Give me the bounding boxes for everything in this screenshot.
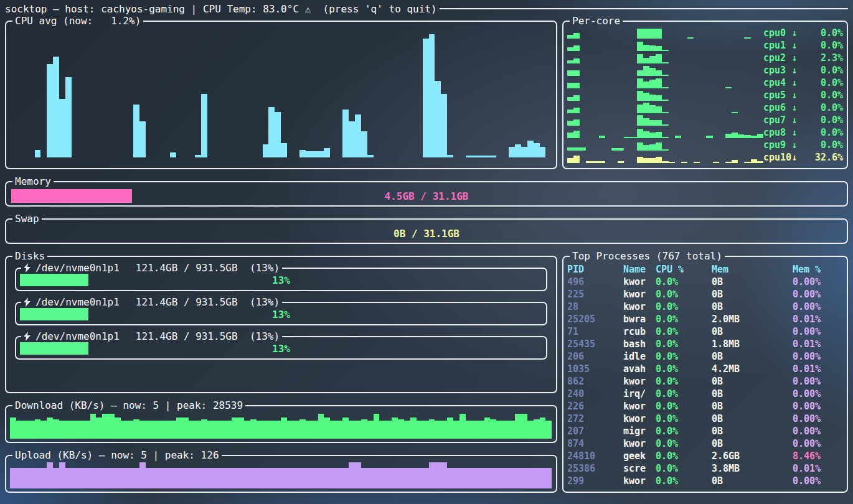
- chart-bar: [318, 414, 324, 439]
- chart-bar: [643, 118, 649, 126]
- core-name: cpu6 ↓: [763, 102, 797, 113]
- chart-bar: [509, 468, 515, 488]
- lightning-icon: [24, 297, 31, 307]
- process-mem-pct: 0.00%: [793, 325, 843, 338]
- chart-bar: [649, 120, 656, 126]
- chart-bar: [459, 414, 466, 439]
- chart-bar: [133, 105, 139, 157]
- process-mem: 0B: [712, 350, 793, 363]
- chart-bar: [649, 45, 656, 51]
- chart-bar: [694, 162, 700, 163]
- chart-bar: [757, 134, 763, 138]
- chart-bar: [429, 462, 435, 488]
- process-row: 25435bash0.0%1.8MB0.01%: [567, 338, 843, 350]
- core-usage-value: 0.0%: [821, 40, 843, 51]
- chart-bar: [53, 419, 59, 439]
- core-usage-value: 0.0%: [821, 139, 843, 151]
- core-label: cpu6 ↓0.0%: [763, 101, 843, 114]
- chart-bar: [466, 156, 472, 157]
- chart-bar: [496, 468, 502, 488]
- chart-bar: [618, 161, 624, 163]
- chart-bar: [410, 468, 417, 488]
- chart-bar: [257, 421, 263, 439]
- chart-bar: [90, 468, 97, 488]
- process-row: 862kwor0.0%0B0.00%: [567, 375, 843, 388]
- disks-panel: Disks /dev/nvme0n1p1121.4GB / 931.5GB (1…: [5, 250, 557, 393]
- process-mem-pct: 0.00%: [793, 301, 843, 313]
- process-mem: 0B: [712, 475, 793, 487]
- chart-bar: [586, 161, 592, 163]
- process-mem: 0B: [712, 437, 793, 450]
- upload-panel: Upload (KB/s) — now: 5 | peak: 126: [5, 449, 557, 493]
- chart-bar: [656, 29, 662, 39]
- chart-bar: [567, 35, 573, 39]
- chart-bar: [330, 468, 336, 488]
- chart-bar: [312, 151, 318, 157]
- chart-bar: [59, 462, 65, 488]
- process-name: geek: [623, 450, 656, 462]
- chart-bar: [349, 462, 355, 488]
- chart-bar: [293, 468, 299, 488]
- chart-bar: [521, 147, 527, 157]
- process-cpu: 0.0%: [656, 313, 712, 325]
- process-row: 226kwor0.0%0B0.00%: [567, 400, 843, 413]
- chart-bar: [281, 468, 287, 488]
- chart-bar: [521, 414, 527, 439]
- chart-bar: [573, 70, 580, 76]
- process-mem: 0B: [712, 325, 793, 338]
- chart-bar: [195, 468, 201, 488]
- per-core-title: Per-core: [570, 15, 623, 27]
- chart-bar: [567, 147, 573, 151]
- chart-bar: [725, 134, 732, 138]
- chart-bar: [656, 46, 662, 51]
- chart-bar: [447, 155, 453, 157]
- chart-bar: [53, 57, 59, 157]
- process-pid: 226: [567, 400, 623, 413]
- process-mem-pct: 0.00%: [793, 276, 843, 288]
- chart-bar: [35, 150, 41, 157]
- chart-bar: [466, 468, 472, 488]
- chart-bar: [281, 143, 287, 157]
- chart-bar: [484, 468, 491, 488]
- core-usage-value: 32.6%: [815, 152, 843, 163]
- process-pid: 496: [567, 276, 623, 288]
- disk-percent: 13%: [19, 308, 544, 320]
- chart-bar: [392, 418, 398, 439]
- process-name: kwor: [623, 301, 656, 313]
- process-name: kwor: [623, 276, 656, 288]
- chart-bar: [275, 421, 281, 439]
- cpu-avg-panel: CPU avg (now: 1.2%): [5, 15, 557, 169]
- disk-gauge: /dev/nvme0n1p1121.4GB / 931.5GB (13%)13%: [15, 296, 547, 325]
- chart-bar: [385, 468, 392, 488]
- chart-bar: [65, 421, 72, 439]
- chart-bar: [195, 421, 201, 439]
- core-name: cpu4 ↓: [763, 77, 797, 88]
- chart-bar: [158, 468, 164, 488]
- core-sparkline: [567, 101, 763, 114]
- chart-bar: [656, 157, 662, 163]
- chart-bar: [567, 110, 573, 113]
- chart-bar: [618, 148, 624, 151]
- chart-bar: [435, 462, 441, 488]
- process-name: rcub: [623, 325, 656, 338]
- col-name: Name: [623, 263, 656, 276]
- chart-bar: [662, 149, 668, 151]
- disks-title: Disks: [12, 250, 47, 262]
- process-cpu: 0.0%: [656, 338, 712, 350]
- chart-bar: [164, 421, 170, 439]
- chart-bar: [306, 468, 312, 488]
- chart-bar: [312, 468, 318, 488]
- chart-bar: [580, 147, 586, 151]
- process-mem-pct: 0.00%: [793, 413, 843, 425]
- chart-bar: [35, 419, 41, 439]
- chart-bar: [662, 75, 668, 76]
- core-sparkline: [567, 27, 763, 39]
- chart-bar: [637, 42, 643, 51]
- chart-bar: [751, 136, 757, 138]
- chart-bar: [84, 421, 90, 439]
- chart-bar: [355, 462, 361, 488]
- disk-bar-track: 13%: [19, 274, 544, 287]
- process-mem: 0B: [712, 276, 793, 288]
- chart-bar: [35, 468, 41, 488]
- chart-bar: [757, 161, 763, 163]
